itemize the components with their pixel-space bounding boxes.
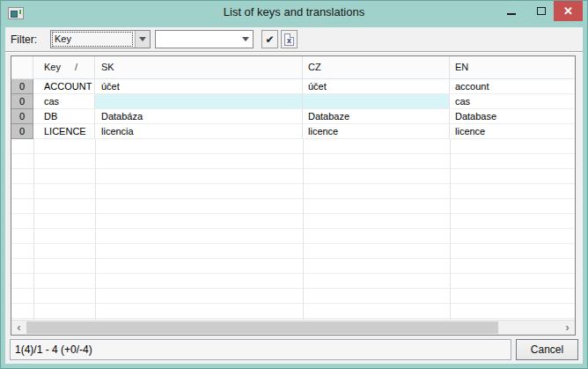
table-row[interactable]: 0 ACCOUNT účet účet account: [11, 79, 575, 94]
header-key[interactable]: Key/: [33, 56, 95, 78]
cell-sk[interactable]: licencia: [95, 124, 303, 138]
table-row[interactable]: 0 DB Databáza Databaze Database: [11, 109, 575, 124]
cancel-button[interactable]: Cancel: [516, 339, 578, 360]
row-selector[interactable]: 0: [11, 94, 33, 109]
filter-value-dropdown-button[interactable]: [238, 31, 253, 48]
minimize-icon: [507, 13, 516, 15]
filter-column-dropdown-button[interactable]: [135, 31, 150, 48]
maximize-icon: [537, 7, 546, 15]
sort-ascending-icon: /: [75, 56, 77, 78]
translations-grid: Key/ SK CZ EN 0 ACCOUNT účet účet accoun…: [11, 55, 576, 336]
cell-key[interactable]: LICENCE: [33, 124, 95, 138]
header-cz[interactable]: CZ: [303, 56, 450, 78]
cell-cz[interactable]: Databaze: [303, 109, 450, 123]
header-rownum[interactable]: [11, 56, 33, 78]
filter-column-select[interactable]: Key: [50, 30, 151, 48]
export-excel-button[interactable]: x: [281, 30, 298, 48]
excel-export-icon: x: [284, 33, 294, 46]
cell-en[interactable]: Database: [450, 109, 575, 123]
filter-column-value: Key: [53, 33, 132, 46]
cell-sk[interactable]: účet: [95, 79, 303, 93]
apply-filter-button[interactable]: ✔: [261, 30, 278, 48]
cell-sk[interactable]: Databáza: [95, 109, 303, 123]
cell-key[interactable]: DB: [33, 109, 95, 123]
cell-en[interactable]: cas: [450, 94, 575, 108]
close-button[interactable]: ✕: [554, 1, 583, 21]
cell-en[interactable]: licence: [450, 124, 575, 138]
scrollbar-thumb[interactable]: [26, 321, 498, 334]
title-bar[interactable]: List of keys and translations ✕: [0, 0, 588, 27]
grid-rows: 0 ACCOUNT účet účet account 0 cas cas 0 …: [11, 79, 575, 139]
dialog-content: Filter: Key ✔ x K: [5, 27, 583, 364]
chevron-right-icon: ›: [566, 321, 570, 334]
filter-value-text: [158, 33, 235, 46]
filter-label: Filter:: [11, 33, 37, 46]
checkmark-icon: ✔: [265, 33, 274, 46]
header-sk[interactable]: SK: [95, 56, 303, 78]
grid-header-row: Key/ SK CZ EN: [11, 56, 575, 79]
maximize-button[interactable]: [528, 0, 555, 21]
table-row[interactable]: 0 cas cas: [11, 94, 575, 109]
cell-key[interactable]: ACCOUNT: [33, 79, 95, 93]
cell-sk-empty[interactable]: [95, 94, 303, 108]
row-selector[interactable]: 0: [11, 109, 33, 124]
row-selector[interactable]: 0: [11, 79, 33, 94]
close-icon: ✕: [563, 5, 573, 17]
scroll-right-button[interactable]: ›: [560, 321, 575, 335]
chevron-down-icon: [242, 37, 249, 41]
header-en[interactable]: EN: [450, 56, 575, 78]
cell-key[interactable]: cas: [33, 94, 95, 108]
horizontal-scrollbar[interactable]: ‹ ›: [11, 320, 575, 335]
dialog-window: List of keys and translations ✕ Filter: …: [0, 0, 588, 369]
chevron-down-icon: [139, 37, 146, 41]
table-row[interactable]: 0 LICENCE licencia licence licence: [11, 124, 575, 139]
chevron-left-icon: ‹: [18, 321, 21, 334]
row-selector[interactable]: 0: [11, 124, 33, 139]
cell-cz-empty[interactable]: [303, 94, 450, 108]
scroll-left-button[interactable]: ‹: [11, 321, 26, 335]
cell-en[interactable]: account: [450, 79, 575, 93]
cell-cz[interactable]: účet: [303, 79, 450, 93]
filter-value-input[interactable]: [155, 30, 254, 48]
empty-grid-area: [11, 139, 575, 320]
minimize-button[interactable]: [498, 0, 525, 21]
cell-cz[interactable]: licence: [303, 124, 450, 138]
separator-line: [5, 51, 583, 53]
record-count-status: 1(4)/1 - 4 (+0/-4): [10, 339, 511, 360]
